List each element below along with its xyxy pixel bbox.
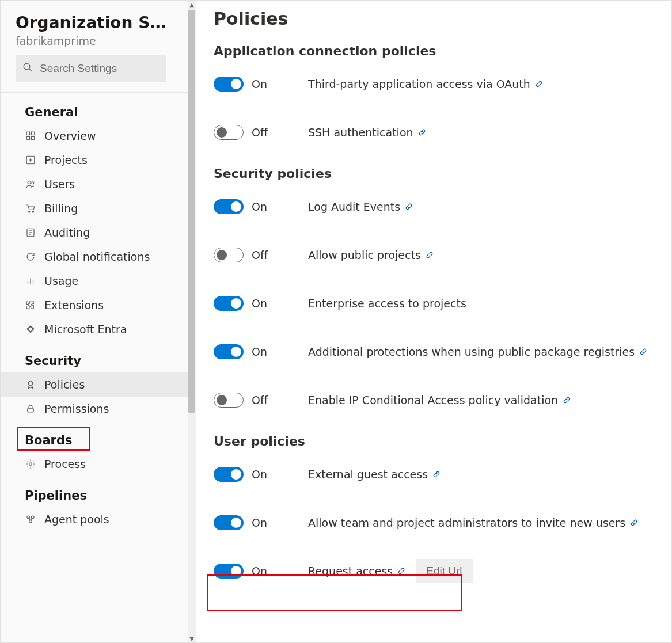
- link-icon[interactable]: [432, 470, 441, 478]
- search-settings[interactable]: [16, 55, 166, 82]
- svg-rect-2: [26, 132, 29, 135]
- organization-name: fabrikamprime: [16, 35, 181, 47]
- policy-row-public: OffAllow public projects: [214, 241, 660, 269]
- policy-label: Request access: [308, 565, 393, 577]
- svg-point-9: [28, 181, 31, 184]
- page-title: Policies: [214, 9, 660, 29]
- sidebar-item-agent-pools[interactable]: Agent pools: [1, 507, 196, 531]
- sidebar-item-users[interactable]: Users: [1, 172, 196, 196]
- toggle-audit[interactable]: [214, 199, 244, 214]
- sidebar-item-permissions[interactable]: Permissions: [1, 397, 196, 421]
- organization-title: Organization Settin…: [16, 13, 177, 32]
- scrollbar-thumb[interactable]: [188, 10, 195, 413]
- link-icon[interactable]: [535, 80, 543, 88]
- gear-small-icon: [25, 458, 36, 470]
- bar-chart-icon: [25, 275, 36, 287]
- ribbon-icon: [25, 379, 36, 390]
- sidebar-item-policies[interactable]: Policies: [1, 372, 196, 397]
- sidebar-item-extensions[interactable]: Extensions: [1, 293, 196, 317]
- edit-url-button[interactable]: Edit Url: [416, 559, 472, 583]
- link-icon[interactable]: [397, 567, 405, 575]
- toggle-state-label: Off: [252, 249, 268, 261]
- link-icon[interactable]: [426, 251, 434, 259]
- policy-label: Third-party application access via OAuth: [308, 78, 530, 90]
- svg-rect-21: [28, 408, 34, 412]
- entra-icon: [25, 324, 36, 335]
- svg-point-11: [29, 211, 30, 212]
- policy-label: Log Audit Events: [308, 200, 400, 213]
- sidebar-item-label: Projects: [44, 154, 88, 166]
- svg-line-27: [31, 518, 32, 520]
- policy-row-guest: OnExternal guest access: [214, 460, 660, 489]
- toggle-guest[interactable]: [214, 467, 244, 482]
- search-icon: [22, 62, 33, 75]
- link-icon[interactable]: [563, 396, 571, 404]
- policy-row-invite: OnAllow team and project administrators …: [214, 508, 660, 537]
- main-content: Policies Application connection policies…: [196, 1, 671, 642]
- link-icon[interactable]: [418, 128, 426, 136]
- svg-line-26: [29, 518, 31, 520]
- sidebar-item-label: Policies: [44, 378, 85, 391]
- plus-box-icon: [25, 154, 36, 166]
- sidebar-item-label: Extensions: [44, 299, 104, 311]
- sidebar-item-label: Microsoft Entra: [44, 323, 127, 336]
- nav-section-heading: Security: [1, 341, 196, 372]
- toggle-state-label: On: [252, 78, 267, 90]
- sidebar-item-process[interactable]: Process: [1, 452, 196, 476]
- pool-icon: [25, 513, 36, 525]
- sidebar-item-billing[interactable]: Billing: [1, 196, 196, 220]
- sidebar-item-projects[interactable]: Projects: [1, 148, 196, 172]
- toggle-enterprise[interactable]: [214, 296, 244, 311]
- policy-label: SSH authentication: [308, 126, 413, 139]
- link-icon[interactable]: [630, 519, 638, 527]
- toggle-ipca[interactable]: [214, 393, 244, 408]
- toggle-request[interactable]: [214, 564, 244, 579]
- toggle-state-label: On: [252, 565, 267, 577]
- sidebar-item-label: Usage: [44, 275, 78, 287]
- policy-label: Enable IP Conditional Access policy vali…: [308, 394, 558, 406]
- policy-row-audit: OnLog Audit Events: [214, 192, 660, 221]
- svg-point-12: [32, 211, 33, 212]
- lock-icon: [25, 403, 36, 414]
- toggle-state-label: On: [252, 345, 267, 358]
- svg-line-1: [29, 69, 32, 71]
- speech-icon: [25, 251, 36, 262]
- list-icon: [25, 227, 36, 238]
- sidebar-item-label: Global notifications: [44, 250, 150, 263]
- toggle-state-label: On: [252, 200, 267, 213]
- sidebar-item-overview[interactable]: Overview: [1, 124, 196, 148]
- sidebar-item-auditing[interactable]: Auditing: [1, 220, 196, 245]
- link-icon[interactable]: [639, 348, 647, 356]
- policy-row-pkg: OnAdditional protections when using publ…: [214, 337, 660, 366]
- toggle-public[interactable]: [214, 248, 244, 262]
- scroll-up-icon[interactable]: ▲: [188, 1, 196, 9]
- sidebar-item-label: Billing: [44, 202, 78, 215]
- scroll-down-icon[interactable]: ▼: [188, 634, 196, 642]
- users-icon: [25, 178, 36, 190]
- sidebar-item-global-notifications[interactable]: Global notifications: [1, 245, 196, 269]
- toggle-pkg[interactable]: [214, 344, 244, 359]
- toggle-state-label: Off: [252, 126, 268, 139]
- policy-section-heading: Application connection policies: [214, 44, 660, 58]
- nav-section-heading: General: [1, 93, 196, 124]
- sidebar-item-microsoft-entra[interactable]: Microsoft Entra: [1, 317, 196, 341]
- nav-section-heading: Pipelines: [1, 476, 196, 507]
- svg-point-25: [29, 520, 32, 523]
- sidebar-item-label: Users: [44, 178, 75, 191]
- toggle-invite[interactable]: [214, 515, 244, 530]
- search-input[interactable]: [39, 62, 177, 75]
- policy-label: Allow public projects: [308, 249, 421, 261]
- cart-icon: [25, 203, 36, 214]
- sidebar-item-label: Auditing: [44, 226, 90, 239]
- link-icon[interactable]: [405, 203, 413, 211]
- sidebar-scrollbar[interactable]: ▲ ▼: [188, 1, 196, 642]
- sidebar-item-usage[interactable]: Usage: [1, 269, 196, 293]
- toggle-oauth[interactable]: [214, 77, 244, 92]
- puzzle-icon: [25, 299, 36, 311]
- policy-row-oauth: OnThird-party application access via OAu…: [214, 70, 660, 98]
- svg-point-10: [32, 182, 34, 184]
- svg-point-0: [24, 63, 30, 70]
- svg-rect-3: [32, 132, 35, 135]
- sidebar-item-label: Permissions: [44, 402, 109, 415]
- toggle-ssh[interactable]: [214, 125, 244, 140]
